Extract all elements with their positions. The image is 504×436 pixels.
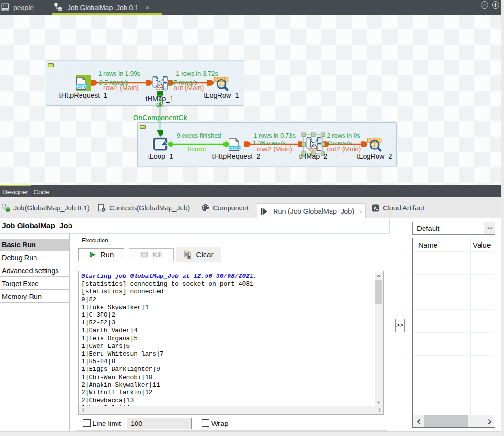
- scroll-down-icon[interactable]: [375, 398, 383, 406]
- component-label[interactable]: tHttpRequest_2: [212, 152, 261, 160]
- table-row-separator: [413, 321, 495, 321]
- column-header-name[interactable]: Name: [418, 241, 437, 249]
- run-button[interactable]: Run: [78, 248, 124, 261]
- sidebar-item-target-exec[interactable]: Target Exec: [0, 277, 69, 290]
- console-line: [statistics] connected: [81, 288, 164, 295]
- context-table[interactable]: Name Value: [412, 238, 495, 428]
- tab-contexts[interactable]: Contexts(GlobalMap_Job): [98, 197, 190, 218]
- console-line: 1|Beru Whitesun lars|7: [81, 350, 164, 357]
- tab-close-icon[interactable]: ×: [145, 3, 149, 11]
- context-combobox[interactable]: Default: [412, 222, 495, 235]
- tab-separator: [31, 185, 31, 197]
- line-limit-checkbox[interactable]: [83, 419, 91, 427]
- tab-job-view[interactable]: Job(GlobalMap_Job 0.1): [2, 197, 90, 218]
- console-scrollbar-thumb[interactable]: [375, 280, 382, 304]
- scroll-right-icon[interactable]: [485, 417, 493, 425]
- component-thttprequest-1[interactable]: [76, 75, 91, 91]
- component-label[interactable]: tLogRow_2: [357, 152, 392, 160]
- tab-cloud-artifact[interactable]: Cloud Artifact: [372, 197, 424, 218]
- component-label[interactable]: tLogRow_1: [204, 92, 239, 99]
- connection-name[interactable]: out2 (Main): [327, 145, 361, 153]
- console-line: Starting job GlobalMap_Job at 12:50 30/0…: [81, 273, 257, 280]
- expand-panel-button[interactable]: >>: [395, 319, 405, 332]
- clear-button[interactable]: Clear: [176, 247, 221, 262]
- console-vertical-scrollbar[interactable]: [375, 272, 383, 406]
- maximize-view-icon[interactable]: [492, 1, 499, 9]
- context-horizontal-scrollbar[interactable]: [413, 415, 494, 427]
- run-play-icon: [89, 252, 96, 258]
- runview-bottom-strip: [0, 431, 504, 436]
- connection-stat: 2 rows in 0s: [327, 132, 360, 139]
- tab-designer-label: Designer: [2, 188, 28, 195]
- cloud-artifact-icon: [372, 204, 379, 212]
- connection-name[interactable]: out (Main): [173, 84, 204, 92]
- tab-job-label: Job GlobalMap_Job 0.1: [68, 4, 138, 11]
- table-row-separator: [413, 379, 495, 379]
- kill-button-label: Kill: [152, 251, 162, 259]
- table-row-separator: [413, 344, 495, 344]
- wrap-checkbox[interactable]: [202, 419, 209, 427]
- scroll-up-icon[interactable]: [375, 272, 383, 280]
- job-icon: [54, 3, 63, 12]
- column-header-value[interactable]: Value: [473, 241, 491, 249]
- clear-document-icon: [184, 250, 192, 259]
- connection-name[interactable]: row1 (Main): [103, 84, 139, 92]
- component-palette-icon: [201, 204, 209, 212]
- connection-name[interactable]: Iterate: [187, 145, 206, 153]
- job-design-canvas[interactable]: POST: [0, 15, 504, 185]
- sidebar-item-basic-run[interactable]: Basic Run: [0, 239, 69, 251]
- table-row-separator: [413, 402, 495, 402]
- sidebar-item-advanced-settings[interactable]: Advanced settings: [0, 264, 69, 277]
- tab-separator: [52, 185, 52, 197]
- tab-people[interactable]: people: [1, 0, 34, 15]
- scroll-left-icon[interactable]: [414, 417, 423, 425]
- trigger-label[interactable]: ok: [156, 101, 164, 108]
- run-button-label: Run: [101, 251, 114, 259]
- trigger-type-label[interactable]: OnComponentOk: [133, 114, 188, 122]
- minimize-view-icon[interactable]: [481, 1, 488, 9]
- console-line: 1|Owen Lars|6: [81, 343, 130, 350]
- subjob-2-collapse-button[interactable]: [140, 126, 146, 129]
- tab-component[interactable]: Component: [201, 197, 249, 218]
- execution-legend: Execution: [80, 237, 110, 244]
- tab-code-label: Code: [34, 188, 49, 195]
- component-label[interactable]: tHMap_2: [299, 152, 328, 160]
- talend-studio-window: people Job GlobalMap_Job 0.1 ×: [0, 0, 504, 436]
- table-row-separator: [413, 390, 495, 390]
- chevron-down-icon[interactable]: [484, 222, 495, 234]
- sidebar-item-memory-run[interactable]: Memory Run: [0, 290, 69, 303]
- sidebar-item-debug-run[interactable]: Debug Run: [0, 252, 69, 264]
- component-label[interactable]: tHttpRequest_1: [59, 92, 108, 99]
- line-limit-input[interactable]: 100: [127, 418, 192, 429]
- console-line: 1|R2-D2|3: [81, 319, 115, 326]
- tab-code[interactable]: Code: [31, 185, 52, 197]
- combobox-value: Default: [417, 224, 440, 232]
- scroll-left-icon[interactable]: [79, 406, 87, 414]
- console-line: 1|Obi-Wan Kenobi|10: [81, 374, 152, 381]
- console-line: 2|Chewbacca|13: [81, 397, 134, 404]
- subjob-1-collapse-button[interactable]: [48, 64, 54, 67]
- tab-run[interactable]: Run (Job GlobalMap_Job) ×: [257, 203, 366, 219]
- tab-run-close-icon[interactable]: ×: [359, 207, 363, 216]
- connection-stat: 1 rows in 3.72s: [176, 70, 218, 77]
- console-horizontal-scrollbar[interactable]: [79, 406, 384, 414]
- app-right-scrollbar-gutter[interactable]: [501, 0, 504, 436]
- console-line: 1|Leia Organa|5: [81, 335, 137, 342]
- run-view-icon: [260, 208, 268, 215]
- kill-button[interactable]: Kill: [129, 248, 174, 261]
- sidebar-item-label: Debug Run: [2, 254, 37, 262]
- tab-cloud-artifact-label: Cloud Artifact: [383, 204, 424, 212]
- editor-tabbar: people Job GlobalMap_Job 0.1 ×: [0, 0, 504, 15]
- context-scrollbar-thumb[interactable]: [424, 415, 468, 427]
- table-row-separator: [413, 263, 495, 263]
- connection-name[interactable]: row2 (Main): [257, 145, 292, 153]
- table-row-separator: [413, 309, 495, 310]
- tab-designer[interactable]: Designer: [0, 185, 31, 197]
- console-line: [statistics] connecting to socket on por…: [81, 280, 253, 287]
- console-line: 2|Anakin Skywalker|11: [81, 381, 160, 389]
- component-label[interactable]: tLoop_1: [148, 152, 173, 160]
- table-row-separator: [413, 355, 495, 356]
- table-row-separator: [413, 286, 495, 286]
- scroll-right-icon[interactable]: [376, 406, 384, 414]
- console-output[interactable]: Starting job GlobalMap_Job at 12:50 30/0…: [78, 271, 384, 415]
